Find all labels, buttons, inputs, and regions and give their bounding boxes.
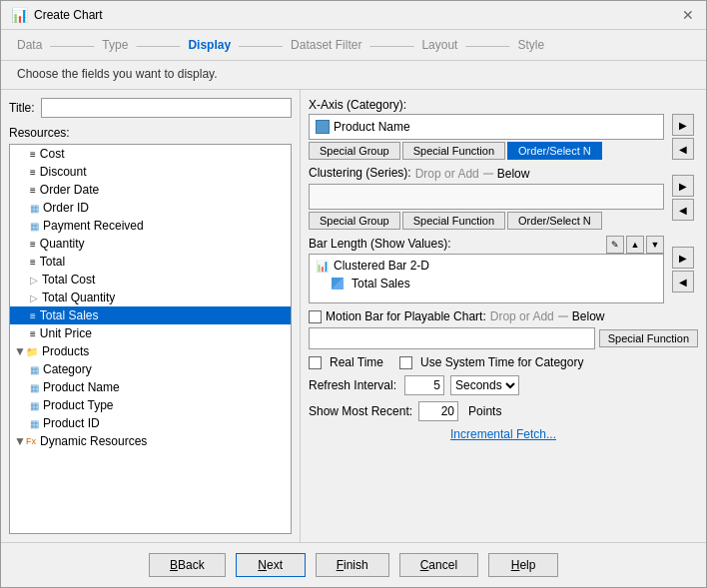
help-button[interactable]: Help <box>488 553 558 577</box>
title-row: Title: <box>9 98 292 118</box>
folder-icon: 📁 <box>26 346 38 357</box>
step-dataset-filter[interactable]: Dataset Filter <box>291 38 361 52</box>
resources-tree[interactable]: ≡ Cost ≡ Discount ≡ Order Date ▦ Order I… <box>9 144 292 534</box>
step-layout[interactable]: Layout <box>421 38 457 52</box>
motion-header: Motion Bar for Playable Chart: Drop or A… <box>309 309 698 323</box>
most-recent-label: Show Most Recent: <box>309 404 412 418</box>
clustering-move-left-button[interactable]: ◀ <box>672 199 694 221</box>
move-down-button[interactable]: ▼ <box>646 236 664 254</box>
step-data[interactable]: Data <box>17 38 42 52</box>
clustering-arrows: ▶ ◀ <box>668 166 698 230</box>
cancel-button[interactable]: Cancel <box>399 553 478 577</box>
tab-special-group-c[interactable]: Special Group <box>309 212 400 230</box>
field-icon <box>316 120 330 134</box>
clustering-field-box <box>309 184 664 210</box>
tab-special-group-x[interactable]: Special Group <box>309 142 400 160</box>
tree-item-category[interactable]: ▦ Category <box>10 360 291 378</box>
barlength-group-label: Clustered Bar 2-D <box>334 259 429 273</box>
motion-checkbox[interactable] <box>309 310 322 323</box>
close-button[interactable]: ✕ <box>680 7 696 23</box>
barlength-move-left-button[interactable]: ◀ <box>672 271 694 293</box>
motion-label: Motion Bar for Playable Chart: <box>326 309 486 323</box>
tab-special-function-c[interactable]: Special Function <box>402 212 505 230</box>
tree-item-total[interactable]: ≡ Total <box>10 253 291 271</box>
step-style[interactable]: Style <box>517 38 544 52</box>
tree-item-quantity[interactable]: ≡ Quantity <box>10 235 291 253</box>
edit-button[interactable]: ✎ <box>606 236 624 254</box>
most-recent-unit: Points <box>468 404 501 418</box>
list-icon: ≡ <box>30 185 36 196</box>
chart-bars-icon: 📊 <box>316 260 330 273</box>
main-window: 📊 Create Chart ✕ Data ———— Type ———— Dis… <box>0 0 707 588</box>
clustering-section: Clustering (Series): Drop or Add Below S… <box>309 166 698 230</box>
triangle-icon: ▷ <box>30 275 38 286</box>
tree-item-order-date[interactable]: ≡ Order Date <box>10 181 291 199</box>
back-button[interactable]: BBackBack <box>149 553 226 577</box>
tree-item-total-cost[interactable]: ▷ Total Cost <box>10 271 291 289</box>
left-panel: Title: Resources: ≡ Cost ≡ Discount <box>1 90 301 542</box>
barlength-item-total-sales[interactable]: Total Sales <box>312 275 661 293</box>
barlength-item-label: Total Sales <box>352 277 410 291</box>
use-system-time-checkbox[interactable] <box>399 356 412 369</box>
next-button[interactable]: Next <box>236 553 306 577</box>
move-up-button[interactable]: ▲ <box>626 236 644 254</box>
motion-below-text: Below <box>572 309 605 323</box>
tree-item-total-sales[interactable]: ≡ Total Sales <box>10 306 291 324</box>
motion-below-badge <box>558 315 568 317</box>
expand-icon[interactable]: ▼ <box>14 434 26 448</box>
tree-item-total-quantity[interactable]: ▷ Total Quantity <box>10 289 291 306</box>
table-icon: ▦ <box>30 221 39 232</box>
barlength-move-right-button[interactable]: ▶ <box>672 247 694 269</box>
fx-icon: Fx <box>26 436 36 446</box>
x-axis-row: Product Name Special Group Special Funct… <box>309 114 698 160</box>
most-recent-value-input[interactable] <box>418 401 458 421</box>
window-title: Create Chart <box>34 8 103 22</box>
clustering-row: Clustering (Series): Drop or Add Below S… <box>309 166 698 230</box>
tab-order-select-n-c[interactable]: Order/Select N <box>507 212 602 230</box>
list-icon: ≡ <box>30 328 36 339</box>
tree-item-products[interactable]: ▼ 📁 Products <box>10 342 291 360</box>
title-input[interactable] <box>41 98 292 118</box>
step-display[interactable]: Display <box>188 38 231 52</box>
step-type[interactable]: Type <box>102 38 128 52</box>
tab-special-function-x[interactable]: Special Function <box>402 142 505 160</box>
app-icon: 📊 <box>11 7 28 23</box>
clustering-move-right-button[interactable]: ▶ <box>672 175 694 197</box>
incremental-fetch-link[interactable]: Incremental Fetch... <box>309 427 698 441</box>
main-content: Title: Resources: ≡ Cost ≡ Discount <box>1 90 706 542</box>
barlength-item-group[interactable]: 📊 Clustered Bar 2-D <box>312 257 661 275</box>
wizard-steps: Data ———— Type ———— Display ———— Dataset… <box>1 30 706 61</box>
list-icon: ≡ <box>30 167 36 178</box>
move-left-button[interactable]: ◀ <box>672 138 694 160</box>
tab-order-select-n-x[interactable]: Order/Select N <box>507 142 602 160</box>
tree-item-unit-price[interactable]: ≡ Unit Price <box>10 324 291 342</box>
barlength-label: Bar Length (Show Values): <box>309 237 451 251</box>
tree-item-product-name[interactable]: ▦ Product Name <box>10 378 291 396</box>
expand-icon[interactable]: ▼ <box>14 344 26 358</box>
barlength-content: Bar Length (Show Values): ✎ ▲ ▼ 📊 Cluste… <box>309 236 664 303</box>
x-axis-tabs: Special Group Special Function Order/Sel… <box>309 142 664 160</box>
tree-item-cost[interactable]: ≡ Cost <box>10 145 291 163</box>
tree-item-product-type[interactable]: ▦ Product Type <box>10 396 291 414</box>
move-right-button[interactable]: ▶ <box>672 114 694 136</box>
motion-special-fn-button[interactable]: Special Function <box>599 329 698 347</box>
x-axis-arrows: ▶ ◀ <box>668 114 698 160</box>
refresh-value-input[interactable] <box>404 375 444 395</box>
tree-item-payment-received[interactable]: ▦ Payment Received <box>10 217 291 235</box>
tree-item-order-id[interactable]: ▦ Order ID <box>10 199 291 217</box>
triangle-icon: ▷ <box>30 293 38 303</box>
finish-button[interactable]: Finish <box>316 553 389 577</box>
table-icon: ▦ <box>30 364 39 375</box>
resources-label: Resources: <box>9 126 292 140</box>
refresh-interval-row: Refresh Interval: Seconds Minutes Hours <box>309 375 698 395</box>
motion-section: Motion Bar for Playable Chart: Drop or A… <box>309 309 698 349</box>
clustering-label: Clustering (Series): <box>309 166 411 180</box>
realtime-checkbox[interactable] <box>309 356 322 369</box>
tree-item-product-id[interactable]: ▦ Product ID <box>10 414 291 432</box>
title-label: Title: <box>9 101 35 115</box>
x-axis-field-box: Product Name <box>309 114 664 140</box>
tree-item-dynamic-resources[interactable]: ▼ Fx Dynamic Resources <box>10 432 291 450</box>
refresh-unit-select[interactable]: Seconds Minutes Hours <box>450 375 519 395</box>
clustering-content: Clustering (Series): Drop or Add Below S… <box>309 166 664 230</box>
tree-item-discount[interactable]: ≡ Discount <box>10 163 291 181</box>
